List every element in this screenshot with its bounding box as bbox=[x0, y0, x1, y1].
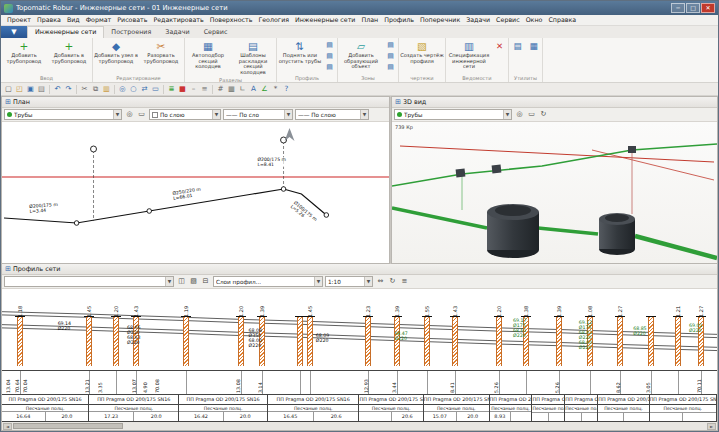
text-icon[interactable]: A bbox=[248, 84, 259, 95]
copy-icon[interactable]: ⧉ bbox=[90, 84, 101, 95]
new-icon[interactable]: ▢ bbox=[3, 84, 14, 95]
fit-width-icon[interactable]: ⇔ bbox=[375, 276, 386, 287]
profile-list-3-button[interactable]: ▤ bbox=[323, 63, 336, 73]
raise-lower-pipes-button[interactable]: ⇅Поднять или опустить трубы bbox=[278, 39, 322, 74]
zoom-in-icon[interactable]: ◎ bbox=[117, 84, 128, 95]
color-icon[interactable]: ■ bbox=[177, 84, 188, 95]
profile-list-2-button[interactable]: ▤ bbox=[323, 52, 336, 62]
close-button[interactable]: ✕ bbox=[701, 3, 715, 13]
utilities-grid-button[interactable]: ▦ bbox=[526, 39, 541, 74]
bedding-values: 16.4220.0 bbox=[179, 412, 267, 421]
menu-item-12[interactable]: Задачи bbox=[463, 15, 493, 25]
zones-list-3-button[interactable]: ▤ bbox=[384, 63, 397, 73]
lineweight-icon[interactable]: ≡ bbox=[199, 84, 210, 95]
section-templates-button[interactable]: ▤Шаблоны раскладки секций колодцев bbox=[231, 39, 275, 76]
snap-icon[interactable]: # bbox=[215, 84, 226, 95]
plan-layer-combo[interactable]: Трубы ▼ bbox=[4, 109, 122, 120]
view3d-canvas[interactable]: 739 Кр bbox=[392, 122, 717, 263]
undo-icon[interactable]: ↶ bbox=[52, 84, 63, 95]
station-label: 13.21 bbox=[85, 371, 90, 393]
ribbon-tab-0[interactable]: Инженерные сети bbox=[27, 26, 104, 38]
toolbar-separator bbox=[49, 85, 50, 94]
menu-item-15[interactable]: Справка bbox=[545, 15, 579, 25]
save-icon[interactable]: ▣ bbox=[25, 84, 36, 95]
ribbon-tab-1[interactable]: Построения bbox=[104, 27, 158, 38]
layers-icon[interactable]: ≣ bbox=[166, 84, 177, 95]
delete-specification-button[interactable]: ✕ bbox=[492, 39, 507, 74]
zones-list-2-button[interactable]: ▤ bbox=[384, 52, 397, 62]
minimize-button[interactable]: ─ bbox=[671, 3, 685, 13]
create-profile-drawing-button[interactable]: ▧Создать чертёж профиля bbox=[400, 39, 444, 74]
add-to-pipeline-button[interactable]: +Добавить в трубопровод bbox=[47, 39, 91, 74]
scroll-thumb[interactable] bbox=[13, 423, 123, 429]
menu-item-10[interactable]: Профиль bbox=[381, 15, 417, 25]
menu-item-5[interactable]: Редактировать bbox=[150, 15, 206, 25]
menu-item-11[interactable]: Поперечник bbox=[417, 15, 463, 25]
well-hatch bbox=[17, 317, 23, 366]
hatch-icon[interactable]: ▨ bbox=[188, 276, 199, 287]
levels-icon[interactable]: ⊟ bbox=[200, 276, 211, 287]
update-profile-icon[interactable]: ↻ bbox=[387, 276, 398, 287]
help-icon[interactable]: ? bbox=[281, 84, 292, 95]
profile-scale-combo[interactable]: 1:10 ▼ bbox=[325, 276, 373, 287]
ribbon-tab-2[interactable]: Задачи bbox=[158, 27, 196, 38]
menu-item-0[interactable]: Проект bbox=[4, 15, 34, 25]
open-icon[interactable]: ◰ bbox=[14, 84, 25, 95]
auto-sections-button[interactable]: ▦Автоподбор секций колодцев bbox=[186, 39, 230, 76]
settings-icon[interactable]: * bbox=[270, 84, 281, 95]
plan-linetype-combo[interactable]: —— По сло ▼ bbox=[223, 109, 293, 120]
linetype-icon[interactable]: – bbox=[188, 84, 199, 95]
menu-item-9[interactable]: План bbox=[358, 15, 381, 25]
grid-icon[interactable]: ▦ bbox=[226, 84, 237, 95]
refresh-icon[interactable]: ↻ bbox=[538, 109, 549, 120]
print-icon[interactable]: ▤ bbox=[36, 84, 47, 95]
plan-lineweight-combo[interactable]: —— По слою ▼ bbox=[295, 109, 369, 120]
zoom-window-icon[interactable]: ◎ bbox=[124, 109, 135, 120]
profile-layers-combo[interactable]: Слои профил... ▼ bbox=[213, 276, 323, 287]
scroll-right-button[interactable]: ► bbox=[707, 423, 716, 430]
pan-icon[interactable]: ⇄ bbox=[139, 84, 150, 95]
network-specification-button[interactable]: ▥Спецификация инженерной сети bbox=[447, 39, 491, 74]
ribbon-button-label: Добавить трубопровод bbox=[2, 53, 46, 64]
plan-color-combo[interactable]: По слою ▼ bbox=[149, 109, 221, 120]
menu-item-13[interactable]: Сервис bbox=[493, 15, 523, 25]
elevation-line: Ø220 bbox=[689, 328, 702, 333]
profile-object-combo[interactable]: ▼ bbox=[4, 276, 174, 287]
menu-item-6[interactable]: Поверхность bbox=[207, 15, 256, 25]
add-pipeline-button[interactable]: +Добавить трубопровод bbox=[2, 39, 46, 74]
orbit-icon[interactable]: ◎ bbox=[514, 109, 525, 120]
profile-list-1-button[interactable]: ▤ bbox=[323, 41, 336, 51]
menu-item-8[interactable]: Инженерные сети bbox=[292, 15, 358, 25]
plan-canvas[interactable]: Ø200/175 mL=3.44Ø250/220 mL=66.01Ø200/17… bbox=[2, 122, 389, 263]
ribbon-tab-3[interactable]: Сервис bbox=[197, 27, 235, 38]
ortho-icon[interactable]: ∟ bbox=[237, 84, 248, 95]
menu-item-2[interactable]: Вид bbox=[64, 15, 83, 25]
file-menu-button[interactable]: ▼ bbox=[1, 26, 27, 38]
zoom-extents-icon[interactable]: ▭ bbox=[136, 109, 147, 120]
elevation-line: Ø220 bbox=[513, 333, 526, 338]
scroll-left-button[interactable]: ◄ bbox=[3, 423, 12, 430]
menu-item-7[interactable]: Геология bbox=[255, 15, 292, 25]
zones-list-1-button[interactable]: ▤ bbox=[384, 41, 397, 51]
menu-item-4[interactable]: Рисовать bbox=[114, 15, 150, 25]
menu-item-3[interactable]: Формат bbox=[83, 15, 115, 25]
utilities-list-button[interactable]: ▤ bbox=[510, 39, 525, 74]
profile-settings-icon[interactable]: ≡ bbox=[399, 276, 410, 287]
measure-icon[interactable]: ∠ bbox=[259, 84, 270, 95]
maximize-button[interactable]: □ bbox=[686, 3, 700, 13]
add-forming-object-button[interactable]: ▱Добавить образующий объект bbox=[339, 39, 383, 74]
view3d-layer-combo[interactable]: Трубы ▼ bbox=[394, 109, 512, 120]
profile-layers-icon[interactable]: ◫ bbox=[176, 276, 187, 287]
menu-item-14[interactable]: Окно bbox=[523, 15, 546, 25]
zoom-out-icon[interactable]: ○ bbox=[128, 84, 139, 95]
cut-icon[interactable]: ✂ bbox=[79, 84, 90, 95]
plan-panel-title: План bbox=[13, 98, 30, 106]
zoom-extents-icon[interactable]: ▭ bbox=[150, 84, 161, 95]
add-node-button[interactable]: ◆Добавить узел в трубопровод bbox=[94, 39, 138, 74]
menu-item-1[interactable]: Правка bbox=[34, 15, 64, 25]
redo-icon[interactable]: ↷ bbox=[63, 84, 74, 95]
break-pipeline-button[interactable]: ✂Разорвать трубопровод bbox=[139, 39, 183, 74]
profile-chart[interactable]: 1.181.451.201.431.191.201.391.451.231.39… bbox=[2, 289, 717, 371]
paste-icon[interactable]: ▥ bbox=[101, 84, 112, 95]
zoom-extents-icon[interactable]: ▭ bbox=[526, 109, 537, 120]
